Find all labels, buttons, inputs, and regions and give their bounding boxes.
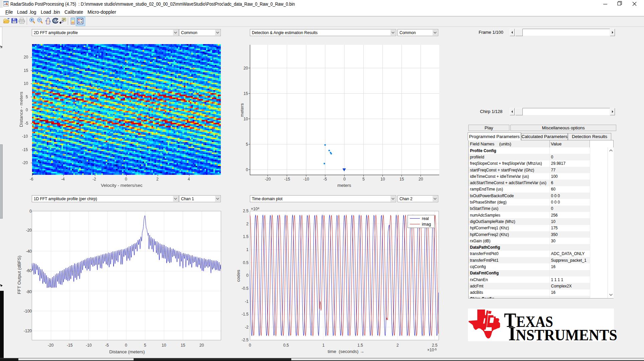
svg-text:real: real: [422, 216, 429, 221]
svg-text:imag: imag: [422, 222, 431, 227]
